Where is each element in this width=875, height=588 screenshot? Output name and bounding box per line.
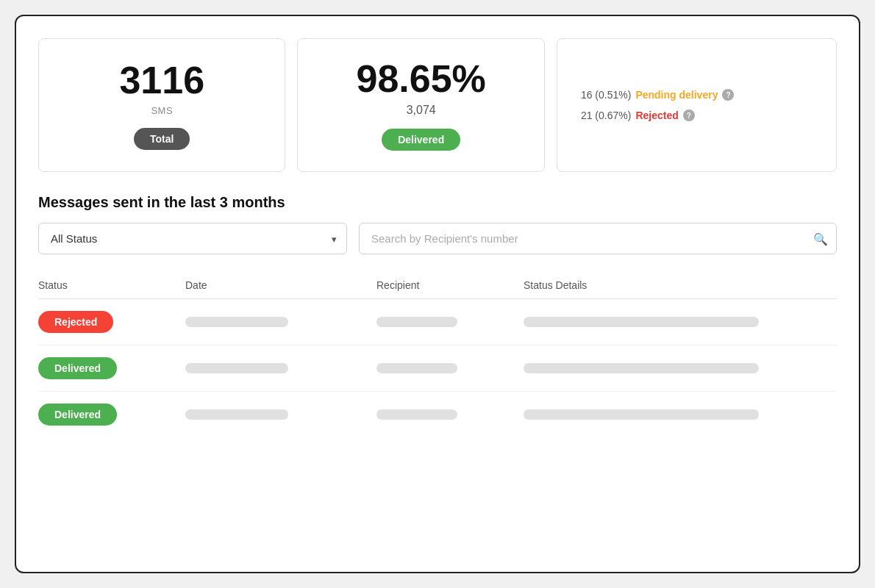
pending-label: Pending delivery bbox=[635, 89, 718, 101]
rejected-label: Rejected bbox=[635, 110, 678, 121]
row-date bbox=[185, 409, 376, 420]
total-sms-card: 3116 SMS Total bbox=[38, 38, 285, 172]
rejected-count: 21 (0.67%) bbox=[581, 110, 631, 121]
table-header: Status Date Recipient Status Details bbox=[38, 272, 837, 299]
pending-line: 16 (0.51%) Pending delivery ? bbox=[581, 89, 735, 101]
delivered-sub: 3,074 bbox=[407, 104, 436, 117]
section-title: Messages sent in the last 3 months bbox=[38, 194, 837, 211]
main-container: 3116 SMS Total 98.65% 3,074 Delivered 16… bbox=[15, 15, 860, 573]
row-status: Delivered bbox=[38, 357, 185, 379]
status-badge-delivered: Delivered bbox=[38, 404, 117, 426]
row-recipient bbox=[376, 363, 524, 373]
status-badge-delivered: Delivered bbox=[38, 357, 117, 379]
status-select[interactable]: All Status Delivered Rejected Pending de… bbox=[38, 223, 347, 254]
row-status-details bbox=[524, 363, 837, 373]
filter-row: All Status Delivered Rejected Pending de… bbox=[38, 223, 837, 254]
row-recipient bbox=[376, 409, 524, 420]
pending-count: 16 (0.51%) bbox=[581, 89, 631, 101]
search-input[interactable] bbox=[359, 223, 837, 254]
status-select-wrapper: All Status Delivered Rejected Pending de… bbox=[38, 223, 347, 254]
total-number: 3116 bbox=[119, 61, 204, 99]
pending-help-icon[interactable]: ? bbox=[722, 89, 734, 101]
row-date bbox=[185, 317, 376, 327]
status-breakdown-card: 16 (0.51%) Pending delivery ? 21 (0.67%)… bbox=[557, 38, 837, 172]
col-header-recipient: Recipient bbox=[376, 279, 524, 291]
row-status: Delivered bbox=[38, 404, 185, 426]
rejected-help-icon[interactable]: ? bbox=[683, 110, 695, 121]
search-icon: 🔍 bbox=[813, 232, 828, 245]
table-row: Rejected bbox=[38, 299, 837, 345]
delivered-number: 98.65% bbox=[356, 60, 485, 98]
table-row: Delivered bbox=[38, 392, 837, 437]
col-header-date: Date bbox=[185, 279, 376, 291]
rejected-line: 21 (0.67%) Rejected ? bbox=[581, 110, 695, 121]
messages-table: Status Date Recipient Status Details Rej… bbox=[38, 272, 837, 437]
status-badge-rejected: Rejected bbox=[38, 311, 113, 333]
total-badge: Total bbox=[134, 128, 190, 150]
row-recipient bbox=[376, 317, 524, 327]
row-status-details bbox=[524, 409, 837, 420]
col-header-status: Status bbox=[38, 279, 185, 291]
total-label: SMS bbox=[151, 105, 173, 116]
row-status: Rejected bbox=[38, 311, 185, 333]
table-row: Delivered bbox=[38, 345, 837, 392]
row-date bbox=[185, 363, 376, 373]
col-header-status-details: Status Details bbox=[524, 279, 837, 291]
delivered-card: 98.65% 3,074 Delivered bbox=[297, 38, 544, 172]
row-status-details bbox=[524, 317, 837, 327]
search-wrapper: 🔍 bbox=[359, 223, 837, 254]
stats-row: 3116 SMS Total 98.65% 3,074 Delivered 16… bbox=[38, 38, 837, 172]
delivered-badge: Delivered bbox=[382, 129, 460, 151]
search-button[interactable]: 🔍 bbox=[813, 232, 828, 245]
